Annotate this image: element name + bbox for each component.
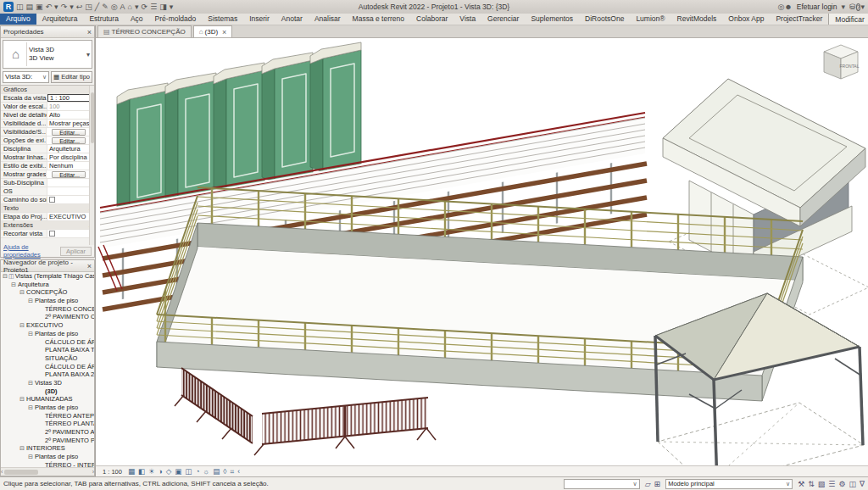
login-caret-icon[interactable]: ▾ [841, 3, 845, 11]
worksets-icon[interactable]: ☰ [828, 480, 835, 488]
undo-icon[interactable]: ↶ [46, 2, 53, 12]
tree-item[interactable]: (3D) [1, 387, 94, 396]
property-row[interactable]: Sub-Disciplina [1, 179, 94, 187]
constraints-icon[interactable]: ⌗ [231, 466, 235, 476]
tree-item[interactable]: TÉRREO ANTEPRO [1, 412, 94, 420]
tab-sistemas[interactable]: Sistemas [202, 13, 243, 25]
active-workset-icon[interactable]: ▱ [645, 480, 651, 488]
sync-icon[interactable]: ⟳ [142, 2, 148, 12]
tree-expander-icon[interactable]: ⊟ [10, 281, 17, 289]
annotate-icon[interactable]: ✎ [102, 2, 108, 12]
tree-expander-icon[interactable]: ⊟ [27, 297, 34, 305]
text-icon[interactable]: A [120, 2, 125, 12]
property-row[interactable]: Recortar vista [1, 230, 94, 238]
show-crop-icon[interactable]: ◫ [185, 466, 192, 476]
worksharing-icon[interactable]: ⚒ [798, 480, 804, 488]
property-row[interactable]: Opções de exi... Editar... [1, 136, 94, 145]
tree-expander-icon[interactable]: ⊟ [19, 444, 25, 453]
view-tab-close-icon[interactable]: × [222, 28, 226, 36]
project-browser-close-icon[interactable]: × [87, 262, 92, 270]
schedule-icon[interactable]: ☰ [150, 2, 157, 12]
tree-expander-icon[interactable]: ⊟ [27, 379, 34, 387]
save-icon[interactable]: ▣ [36, 2, 43, 12]
drawing-area[interactable] [96, 38, 868, 465]
tab-inserir[interactable]: Inserir [243, 13, 275, 25]
account-icon[interactable]: ☻ [784, 3, 792, 11]
more-icon[interactable]: ‹ [237, 466, 240, 476]
rendering-icon[interactable]: ◇ [166, 466, 172, 476]
property-row[interactable]: OS [1, 187, 94, 196]
property-row[interactable]: Valor de escal... 100 [1, 103, 94, 111]
tree-item[interactable]: PLANTA BAIXA 2º [1, 370, 94, 379]
tab-massa-e-terreno[interactable]: Massa e terreno [347, 13, 410, 25]
revit-logo[interactable]: R [3, 2, 14, 12]
tab-analisar[interactable]: Analisar [309, 13, 347, 25]
tree-expander-icon[interactable]: ⊟ [2, 272, 8, 281]
tab-dirootsone[interactable]: DiRootsOne [579, 13, 630, 25]
tab-revitmodels[interactable]: RevitModels [671, 13, 723, 25]
tab-colaborar[interactable]: Colaborar [410, 13, 453, 25]
view-properties-icon[interactable]: ▤ [213, 466, 220, 476]
viewport-3d[interactable]: FRONTAL [96, 38, 868, 465]
property-row[interactable]: Mostrar linhas... Por disciplina [1, 153, 94, 162]
settings-icon[interactable]: ⚙ [838, 480, 845, 488]
tree-item[interactable]: CÁLCULO DE ÁRE [1, 363, 94, 371]
property-row[interactable]: Mostrar grades Editar... [1, 170, 94, 179]
tab-gerenciar[interactable]: Gerenciar [481, 13, 525, 25]
switch-windows-icon[interactable]: ◨ [159, 2, 167, 12]
properties-close-icon[interactable]: × [87, 28, 92, 36]
properties-help-link[interactable]: Ajuda de propriedades [3, 243, 60, 259]
design-options-icon[interactable]: ▧ [818, 480, 826, 488]
tree-expander-icon[interactable]: ⊟ [27, 404, 34, 412]
tree-item[interactable]: CÁLCULO DE ÁRE [1, 338, 94, 347]
tree-item[interactable]: 2º PAVIMENTO AN [1, 428, 94, 437]
property-row[interactable]: Estilo de exibi... Nenhum [1, 162, 94, 170]
shadows-icon[interactable]: ◑ [159, 466, 163, 476]
view-cube[interactable]: FRONTAL [815, 40, 865, 89]
tab-estrutura[interactable]: Estrutura [83, 13, 125, 25]
tree-item[interactable]: TÉRREO CONCEPÇ [1, 305, 94, 314]
redo-icon[interactable]: ↷ [61, 2, 68, 12]
tab-projecttracker[interactable]: ProjectTracker [770, 13, 828, 25]
property-row[interactable]: Visibilidade d... Mostrar peças [1, 120, 94, 128]
browser-horizontal-scrollbar[interactable]: ‹› [1, 467, 94, 476]
tree-item[interactable]: ⊟ INTERIORES [1, 444, 94, 453]
crowd-barriers[interactable] [175, 368, 436, 455]
tree-item[interactable]: ⊟ Vistas 3D [1, 379, 94, 387]
filter-icon[interactable]: ∇ [860, 480, 865, 488]
reveal-hidden-icon[interactable]: ☼ [203, 466, 210, 476]
instance-selector[interactable]: Vista 3D: (3D) ∨ [3, 71, 49, 83]
tree-item[interactable]: ⊟ EXECUTIVO [1, 321, 94, 330]
view-tab-terreo-concepcao[interactable]: ▤ TÉRREO CONCEPÇÃO × [97, 25, 192, 37]
tab-onbox-app[interactable]: Onbox App [722, 13, 770, 25]
property-row[interactable]: Visibilidade/S... Editar... [1, 128, 94, 136]
apply-button[interactable]: Aplicar [60, 247, 92, 256]
tree-item[interactable]: SITUAÇÃO [1, 354, 94, 363]
tab-pre-moldado[interactable]: Pré-moldado [149, 13, 203, 25]
property-row[interactable]: Extensões [1, 221, 94, 230]
tree-item[interactable]: PLANTA BAIXA TÉ [1, 346, 94, 354]
print-icon[interactable]: ◳ [85, 2, 92, 12]
tree-expander-icon[interactable]: ⊟ [19, 321, 25, 330]
property-row[interactable]: Disciplina Arquitetura [1, 145, 94, 153]
tab-arquitetura[interactable]: Arquitetura [36, 13, 84, 25]
default-3d-view-icon[interactable]: ⌂ [128, 2, 132, 12]
tree-item[interactable]: ⊟ Plantas de piso [1, 297, 94, 305]
properties-header[interactable]: Propriedades × [1, 26, 94, 38]
window-icon[interactable]: ◫ [16, 2, 24, 12]
editable-items-icon[interactable]: ⊞ [654, 480, 661, 488]
tab-suplementos[interactable]: Suplementos [525, 13, 579, 25]
zoom-icon[interactable]: ◎ [111, 2, 118, 12]
store-icon[interactable]: ⛁ [849, 3, 856, 11]
login-button[interactable]: Efetuar login [797, 3, 837, 11]
property-row[interactable]: Caminho do sol [1, 196, 94, 204]
tree-item[interactable]: TÉRREO - INTERIO [1, 461, 94, 467]
tree-item[interactable]: 2º PAVIMENTO PL [1, 437, 94, 445]
tree-expander-icon[interactable]: ⊟ [19, 395, 25, 404]
edit-type-button[interactable]: ▦ Editar tipo [51, 71, 92, 83]
design-option-dropdown[interactable]: Modelo principal∨ [665, 479, 793, 489]
tree-expander-icon[interactable]: ⊟ [19, 288, 25, 297]
property-row[interactable]: Texto [1, 204, 94, 213]
crop-view-icon[interactable]: ▣ [175, 466, 181, 476]
sync-status-icon[interactable]: ⇅ [808, 480, 815, 488]
